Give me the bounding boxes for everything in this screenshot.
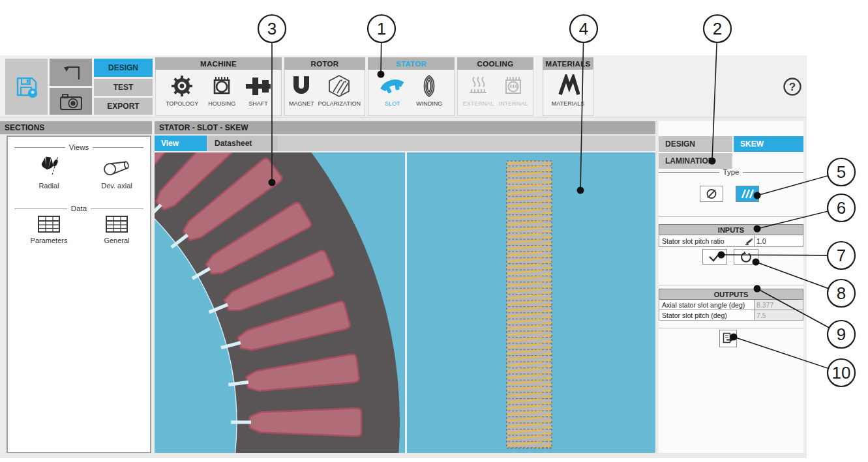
external-cooling-icon <box>466 74 490 98</box>
output-value: 8.377 <box>754 300 803 310</box>
output-row: Stator slot pitch (deg) 7.5 <box>659 310 803 321</box>
camera-icon <box>59 92 83 111</box>
skew-type-none-button[interactable] <box>700 186 723 202</box>
restore-icon <box>740 250 753 263</box>
help-icon: ? <box>783 77 802 96</box>
undo-button[interactable] <box>50 59 92 86</box>
ribbon-item-external[interactable]: EXTERNAL <box>463 74 494 107</box>
svg-text:2: 2 <box>713 19 722 38</box>
sections-panel: Views Radial Dev. axial Data <box>7 136 151 454</box>
svg-text:9: 9 <box>837 325 846 344</box>
apply-button[interactable] <box>702 249 727 265</box>
ribbon-item-internal[interactable]: INTERNAL <box>499 74 528 107</box>
ribbon-group-rotor-title: ROTOR <box>284 57 365 70</box>
svg-text:5: 5 <box>837 162 846 182</box>
ribbon-item-topology[interactable]: TOPOLOGY <box>166 74 198 107</box>
ribbon-group-machine-title: MACHINE <box>155 57 282 70</box>
ribbon-item-label: POLARIZATION <box>318 100 361 107</box>
output-label: Axial stator slot angle (deg) <box>659 300 754 310</box>
svg-text:1: 1 <box>377 19 386 38</box>
no-skew-icon <box>704 188 719 200</box>
tab-design[interactable]: DESIGN <box>94 59 153 77</box>
tab-panel-design[interactable]: DESIGN <box>659 136 732 152</box>
sidebar-item-label: Dev. axial <box>101 182 132 190</box>
ribbon-group-materials: MATERIALS <box>543 70 593 116</box>
status-strip <box>0 453 807 458</box>
tab-panel-lamination[interactable]: LAMINATION <box>659 153 732 169</box>
ribbon-group-stator: SLOT WINDING <box>368 70 455 116</box>
sidebar-item-radial[interactable]: Radial <box>20 155 78 190</box>
sidebar-item-dev-axial[interactable]: Dev. axial <box>87 155 146 190</box>
export-results-button[interactable] <box>719 330 737 347</box>
skew-view-pane[interactable] <box>407 152 655 453</box>
dev-axial-view-icon <box>102 155 132 179</box>
housing-icon <box>210 74 233 98</box>
ribbon-group-cooling: EXTERNAL INTERNAL <box>457 70 533 116</box>
type-legend: Type <box>659 168 803 176</box>
sidebar-item-label: Radial <box>38 182 59 190</box>
tab-test[interactable]: TEST <box>94 79 153 96</box>
ribbon-item-shaft[interactable]: SHAFT <box>245 74 271 107</box>
svg-text:?: ? <box>789 81 796 93</box>
materials-icon <box>556 74 580 98</box>
help-button[interactable]: ? <box>783 77 802 96</box>
input-value-cell <box>754 235 803 246</box>
ribbon-item-magnet[interactable]: MAGNET <box>289 74 314 107</box>
ribbon-group-rotor: MAGNET POLARIZATION <box>284 70 365 116</box>
ribbon-group-cooling-title: COOLING <box>457 57 533 70</box>
ribbon-item-housing[interactable]: HOUSING <box>208 74 235 107</box>
data-legend: Data <box>8 205 150 212</box>
polarization-icon <box>326 74 352 98</box>
svg-text:10: 10 <box>832 363 851 383</box>
tab-datasheet[interactable]: Datasheet <box>208 136 278 151</box>
ribbon-item-label: MAGNET <box>289 100 314 107</box>
svg-text:4: 4 <box>579 19 588 38</box>
winding-icon <box>417 74 441 98</box>
sidebar-item-general[interactable]: General <box>87 215 146 244</box>
topology-icon <box>170 74 194 98</box>
ribbon-group-machine: TOPOLOGY HOUSING <box>155 70 282 116</box>
restore-button[interactable] <box>734 249 758 265</box>
shaft-icon <box>245 74 271 98</box>
input-label: Stator slot pitch ratio <box>659 235 745 246</box>
internal-cooling-icon <box>501 74 525 98</box>
slot-panel: DESIGN SKEW LAMINATION Type INPUTS Stato… <box>659 121 803 453</box>
sidebar-item-label: General <box>104 237 129 244</box>
magnet-icon <box>290 74 312 98</box>
ribbon-item-polarization[interactable]: POLARIZATION <box>318 74 361 107</box>
check-icon <box>707 251 723 263</box>
ribbon-item-label: INTERNAL <box>499 100 528 107</box>
tab-panel-skew[interactable]: SKEW <box>734 136 803 152</box>
ribbon-item-label: HOUSING <box>208 100 235 107</box>
ribbon-item-slot[interactable]: SLOT <box>380 74 405 107</box>
ribbon-item-winding[interactable]: WINDING <box>416 74 442 107</box>
outputs-header: OUTPUTS <box>659 289 803 300</box>
main-view-header: STATOR - SLOT - SKEW <box>155 121 655 134</box>
stator-slot-pitch-ratio-input[interactable] <box>756 237 798 245</box>
svg-text:7: 7 <box>837 246 846 265</box>
save-button[interactable]: * <box>5 59 48 115</box>
sidebar-item-parameters[interactable]: Parameters <box>20 215 78 244</box>
tab-view[interactable]: View <box>155 136 207 151</box>
skew-type-linear-button[interactable] <box>736 186 759 202</box>
ribbon-item-materials[interactable]: MATERIALS <box>552 74 584 107</box>
radial-view-pane[interactable] <box>155 152 405 453</box>
ribbon-item-label: SLOT <box>385 100 400 107</box>
output-value: 7.5 <box>754 310 803 320</box>
stator-skew-drawing <box>407 152 655 453</box>
input-row: Stator slot pitch ratio <box>659 235 803 247</box>
ribbon-item-label: MATERIALS <box>552 100 584 107</box>
views-legend: Views <box>8 143 150 151</box>
svg-text:3: 3 <box>267 19 277 38</box>
screenshot-button[interactable] <box>50 88 92 115</box>
ribbon-item-label: TOPOLOGY <box>166 100 198 107</box>
sidebar-item-label: Parameters <box>31 237 68 244</box>
tab-export[interactable]: EXPORT <box>94 98 153 115</box>
ribbon-item-label: EXTERNAL <box>463 100 494 107</box>
svg-text:8: 8 <box>837 283 846 303</box>
output-row: Axial stator slot angle (deg) 8.377 <box>659 300 803 310</box>
ribbon-item-label: WINDING <box>416 100 442 107</box>
save-icon: * <box>14 74 40 100</box>
slot-icon <box>380 74 405 98</box>
radial-view-icon <box>36 155 62 179</box>
